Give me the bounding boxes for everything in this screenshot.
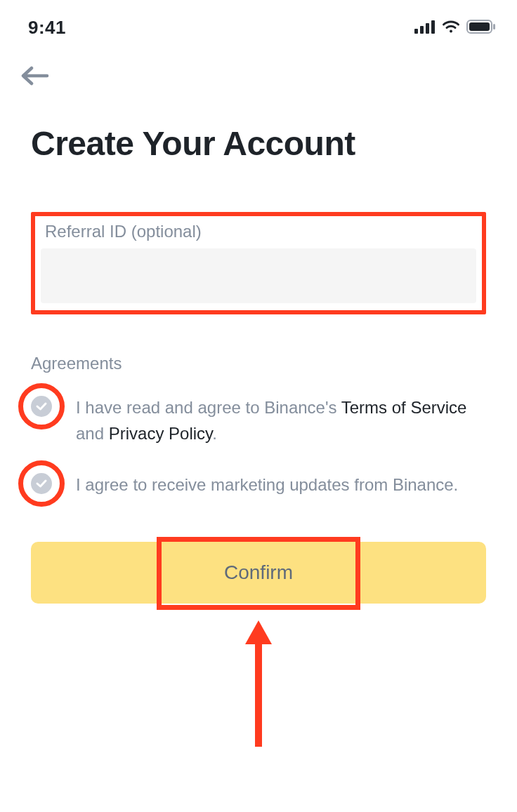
confirm-section: Confirm xyxy=(0,498,517,604)
svg-rect-3 xyxy=(431,20,435,34)
referral-id-input[interactable] xyxy=(41,248,476,303)
back-arrow-icon[interactable] xyxy=(21,76,49,88)
arrow-up-icon xyxy=(241,620,276,750)
agreement-terms-suffix: . xyxy=(212,424,217,443)
agreement-terms-prefix: I have read and agree to Binance's xyxy=(76,398,341,417)
agreements-heading: Agreements xyxy=(0,314,517,373)
battery-icon xyxy=(466,20,496,36)
agreement-marketing-text: I agree to receive marketing updates fro… xyxy=(66,472,458,498)
page-title: Create Your Account xyxy=(0,89,517,163)
agreement-terms-text: I have read and agree to Binance's Terms… xyxy=(66,394,486,446)
svg-rect-6 xyxy=(493,24,495,29)
cellular-icon xyxy=(414,20,436,36)
agreement-terms-checkbox[interactable] xyxy=(31,396,52,417)
svg-rect-0 xyxy=(414,29,418,34)
nav-back-row xyxy=(0,46,517,89)
confirm-button[interactable]: Confirm xyxy=(31,542,486,604)
privacy-policy-link[interactable]: Privacy Policy xyxy=(109,424,213,443)
svg-rect-2 xyxy=(426,23,429,34)
wifi-icon xyxy=(441,20,461,36)
referral-label: Referral ID (optional) xyxy=(41,222,476,248)
svg-rect-5 xyxy=(469,22,490,31)
referral-section: Referral ID (optional) xyxy=(31,212,486,314)
status-icons xyxy=(414,20,496,36)
terms-of-service-link[interactable]: Terms of Service xyxy=(341,398,467,417)
agreement-row-marketing: I agree to receive marketing updates fro… xyxy=(0,446,517,498)
svg-rect-1 xyxy=(420,26,424,34)
status-bar: 9:41 xyxy=(0,0,517,46)
agreement-terms-mid: and xyxy=(76,424,109,443)
agreement-row-terms: I have read and agree to Binance's Terms… xyxy=(0,373,517,446)
agreement-marketing-checkbox[interactable] xyxy=(31,473,52,494)
status-time: 9:41 xyxy=(28,17,66,39)
